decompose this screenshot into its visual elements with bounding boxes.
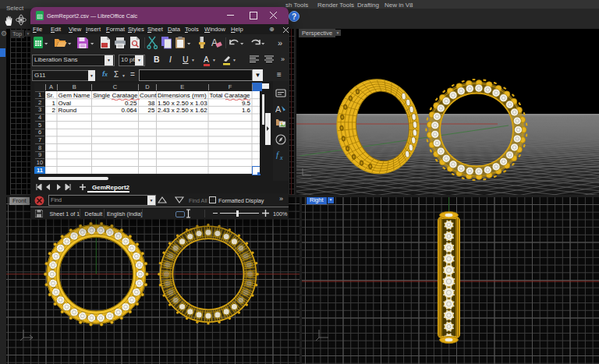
svg-text:»: » bbox=[278, 38, 282, 48]
svg-text:x: x bbox=[279, 154, 283, 161]
svg-text:A: A bbox=[275, 104, 282, 114]
svg-text:A: A bbox=[211, 37, 218, 48]
svg-text:?: ? bbox=[292, 12, 296, 21]
